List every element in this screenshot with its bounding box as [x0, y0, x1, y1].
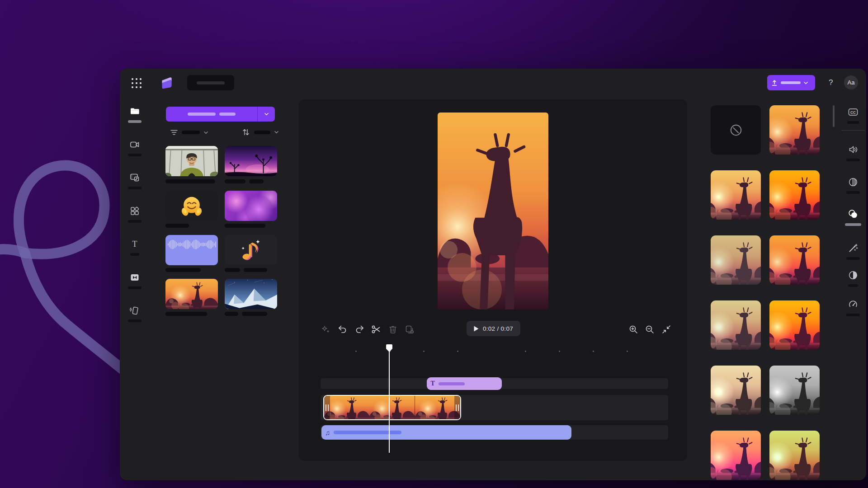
rail-item-effects[interactable] — [839, 243, 868, 260]
media-item-purple-bubbles-clip[interactable] — [225, 191, 277, 221]
ruler-tick — [525, 351, 526, 352]
video-clip-frame — [324, 396, 369, 419]
sidebar-label-placeholder — [128, 220, 142, 223]
media-item-purple-dusk-clip[interactable] — [225, 146, 277, 176]
rail-label-placeholder — [846, 314, 860, 316]
delete-trash-icon[interactable] — [387, 324, 398, 335]
sidebar-item-brand-kit[interactable] — [120, 305, 149, 322]
rail-item-fade[interactable] — [839, 177, 868, 194]
ruler-tick — [559, 351, 560, 352]
split-scissors-icon[interactable] — [371, 324, 382, 335]
video-clip[interactable] — [323, 395, 461, 420]
rail-divider — [841, 130, 865, 131]
import-media-button[interactable] — [166, 107, 275, 122]
filter-option-cool-bright[interactable] — [769, 431, 820, 480]
media-item-hug-emoji-sticker[interactable] — [165, 191, 218, 221]
sidebar-label-placeholder — [130, 253, 139, 256]
fit-to-screen-icon[interactable] — [661, 324, 672, 335]
filters-scrollbar-thumb[interactable] — [833, 105, 835, 127]
media-item-webcam-clip[interactable] — [165, 146, 218, 176]
svg-text:T: T — [132, 239, 137, 249]
clipchamp-logo — [160, 76, 173, 89]
account-avatar[interactable]: Aa — [844, 75, 858, 89]
trim-handle-right[interactable] — [454, 396, 460, 419]
sidebar-item-text[interactable]: T — [120, 239, 149, 256]
effects-sparkle-icon[interactable] — [321, 324, 331, 335]
import-more-button[interactable] — [258, 112, 275, 116]
brand-device-icon — [129, 305, 140, 316]
media-item-music-note-sticker[interactable] — [225, 235, 277, 265]
export-button[interactable] — [767, 75, 815, 90]
project-title-field[interactable] — [187, 75, 234, 90]
filter-option-pale[interactable] — [711, 300, 761, 350]
filter-option-rich[interactable] — [769, 235, 820, 285]
app-launcher-grid-icon[interactable] — [132, 78, 142, 88]
sidebar-label-placeholder — [128, 154, 142, 156]
audio-clip-label-placeholder — [334, 431, 401, 434]
contrast-circle-icon — [848, 270, 859, 281]
filter-option-rose[interactable] — [711, 431, 761, 480]
chevron-down-icon — [274, 130, 278, 134]
filter-option-vivid[interactable] — [769, 300, 820, 350]
video-clip-frame — [415, 396, 460, 419]
webcam-thumbnail — [165, 146, 218, 176]
filter-option-vintage[interactable] — [711, 366, 761, 415]
striped-circle-icon — [848, 177, 859, 188]
duplicate-icon[interactable] — [404, 324, 415, 335]
media-item-label-placeholder — [165, 312, 207, 316]
redo-icon[interactable] — [354, 324, 365, 335]
text-clip[interactable]: T — [427, 377, 502, 390]
zoom-in-icon[interactable] — [628, 324, 639, 335]
rail-label-placeholder — [847, 121, 859, 124]
chevron-down-icon — [204, 131, 208, 135]
playback-control[interactable]: 0:02 / 0:07 — [467, 321, 520, 336]
giraffe-preview — [438, 113, 548, 310]
filter-option-none[interactable] — [711, 105, 761, 155]
sidebar-item-your-media[interactable] — [120, 106, 149, 123]
help-button[interactable]: ? — [829, 78, 833, 87]
filter-option-haze[interactable] — [711, 235, 761, 285]
filter-option-warm[interactable] — [769, 170, 820, 220]
media-item-audio-waveform-clip[interactable] — [165, 235, 218, 265]
rail-item-audio[interactable] — [839, 144, 868, 161]
rail-item-filters[interactable] — [839, 209, 868, 226]
video-preview-canvas[interactable] — [438, 113, 548, 310]
media-sort-dropdown[interactable] — [242, 128, 278, 136]
zoom-out-icon[interactable] — [644, 324, 655, 335]
sidebar-item-templates[interactable] — [120, 206, 149, 223]
video-clip-frame — [369, 396, 415, 419]
filter-option-original[interactable] — [769, 105, 820, 155]
media-item-giraffe-sunset-clip[interactable] — [165, 279, 218, 309]
export-upload-icon — [771, 80, 778, 86]
ruler-tick — [423, 351, 425, 352]
media-filter-dropdown[interactable] — [170, 129, 208, 136]
timeline-ruler[interactable]: 0s 5s 10s — [299, 343, 687, 353]
media-item-blue-mountains-clip[interactable] — [225, 279, 277, 309]
sidebar-label-placeholder — [128, 187, 142, 189]
camera-icon — [129, 139, 140, 150]
playback-time: 0:02 / 0:07 — [483, 325, 513, 332]
media-item-label-placeholder — [165, 179, 215, 183]
media-item-label-placeholder — [225, 268, 240, 272]
filter-option-black-white[interactable] — [769, 366, 820, 415]
folder-icon — [129, 106, 140, 117]
chevron-down-icon — [264, 112, 269, 116]
filter-option-soft[interactable] — [711, 170, 761, 220]
sidebar-item-content-library[interactable] — [120, 172, 149, 189]
ruler-tick — [355, 351, 357, 352]
rail-label-placeholder — [846, 191, 860, 194]
sidebar-item-transitions[interactable] — [120, 272, 149, 289]
rail-item-adjust-colors[interactable] — [839, 270, 868, 287]
rail-item-speed[interactable] — [839, 299, 868, 316]
trim-handle-left[interactable] — [324, 396, 330, 419]
undo-icon[interactable] — [337, 324, 348, 335]
export-label-placeholder — [781, 81, 801, 84]
rail-item-captions[interactable]: CC — [839, 107, 868, 124]
audio-clip[interactable]: ♫ — [321, 425, 571, 440]
filter-lines-icon — [170, 129, 178, 136]
playhead-line[interactable] — [389, 346, 390, 453]
sidebar-item-record-create[interactable] — [120, 139, 149, 156]
rail-label-placeholder — [846, 159, 860, 161]
import-label-placeholder — [188, 113, 216, 116]
editor-stage: 0:02 / 0:07 0s 5s 10s — [299, 99, 687, 461]
